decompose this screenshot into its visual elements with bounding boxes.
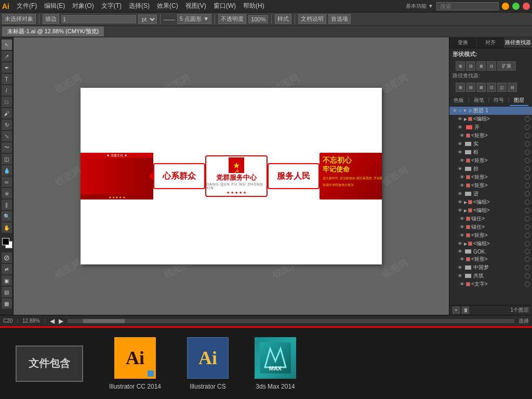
layer-item-10[interactable]: 👁 ▶ <编组> — [449, 198, 532, 206]
color-selector[interactable] — [1, 237, 12, 248]
menu-edit[interactable]: 编辑(E) — [41, 1, 68, 11]
symbol-tool[interactable]: ※ — [2, 188, 12, 198]
design-dangqun[interactable]: ★ ☭ 党群服务中心 DANG QUN FU WU ZHONG XIN ★ ★ … — [205, 155, 268, 197]
menu-view[interactable]: 视图(V) — [182, 1, 209, 11]
layer-item-12[interactable]: 👁 锚任> — [449, 215, 532, 223]
eye-icon-1[interactable]: 👁 — [457, 124, 463, 130]
eye-icon-2[interactable]: 👁 — [459, 132, 465, 139]
nav-prev-button[interactable]: ◀ — [50, 317, 55, 325]
layer-item-2[interactable]: 👁 <矩形> — [449, 131, 532, 140]
layer-item-11[interactable]: 👁 ▶ <编组> — [449, 206, 532, 215]
unit-select[interactable]: pt — [138, 15, 157, 24]
layer-target-13[interactable] — [525, 224, 530, 230]
layer-target-main[interactable] — [525, 108, 530, 113]
type-tool[interactable]: T — [2, 74, 12, 84]
eye-icon-13[interactable]: 👁 — [459, 224, 465, 230]
layer-target-18[interactable] — [525, 265, 530, 270]
dock-item-ai-cs[interactable]: Ai Illustrator CS — [187, 337, 229, 390]
exclude-icon[interactable]: ⊡ — [487, 61, 496, 71]
eye-icon-6[interactable]: 👁 — [457, 166, 463, 172]
eye-icon-16[interactable]: 👁 — [457, 248, 463, 255]
layer-target-5[interactable] — [525, 158, 530, 163]
eye-icon-4[interactable]: 👁 — [457, 149, 463, 155]
design-fuwu[interactable]: 服务人民 — [268, 163, 320, 189]
trim-icon[interactable]: ⊟ — [466, 83, 475, 92]
layer-target-4[interactable] — [525, 150, 530, 155]
eye-icon-19[interactable]: 👁 — [457, 273, 463, 279]
stroke-button[interactable]: 描边 — [43, 14, 59, 24]
eye-icon-20[interactable]: 👁 — [459, 281, 465, 287]
column-tool[interactable]: ∥ — [2, 200, 12, 210]
intersect-icon[interactable]: ⊠ — [476, 61, 486, 71]
outline-icon[interactable]: ◫ — [497, 83, 507, 92]
layer-item-14[interactable]: 👁 <矩形> — [449, 231, 532, 240]
search-input[interactable] — [436, 2, 499, 10]
eye-icon-17[interactable]: 👁 — [459, 256, 465, 262]
layer-item-4[interactable]: 👁 框 — [449, 148, 532, 156]
layer-item-9[interactable]: 👁 进 — [449, 190, 532, 198]
layer-item-0[interactable]: 👁 ▶ <编组> — [449, 115, 532, 123]
rect-tool[interactable]: □ — [2, 97, 12, 107]
minimize-button[interactable] — [502, 3, 509, 10]
eye-icon-5[interactable]: 👁 — [459, 157, 465, 164]
layer-item-20[interactable]: 👁 <文字> — [449, 280, 532, 288]
h-scrollbar-thumb[interactable] — [83, 319, 125, 323]
line-tool[interactable]: / — [2, 85, 12, 96]
layer-target-19[interactable] — [525, 273, 530, 278]
menu-select[interactable]: 选择(S) — [126, 1, 153, 11]
basic-features-label[interactable]: 基本功能 ▼ — [406, 3, 433, 10]
maximize-button[interactable] — [512, 3, 520, 10]
layer-target-17[interactable] — [525, 257, 530, 262]
layer-target-9[interactable] — [525, 191, 530, 196]
menu-file[interactable]: 文件(F) — [14, 1, 40, 11]
brush-tab[interactable]: 画笔 — [470, 96, 488, 106]
layer-item-15[interactable]: 👁 ▶ <编组> — [449, 240, 532, 248]
eye-icon-11[interactable]: 👁 — [457, 207, 463, 214]
layer-item-18[interactable]: 👁 中国梦 — [449, 263, 532, 272]
layer-target-1[interactable] — [525, 125, 530, 130]
eye-icon-9[interactable]: 👁 — [457, 191, 463, 197]
opacity-value[interactable]: 100% — [248, 15, 268, 23]
eye-icon-15[interactable]: 👁 — [457, 241, 463, 247]
merge-icon[interactable]: ⊠ — [476, 83, 486, 92]
layer-target-2[interactable] — [525, 133, 530, 138]
none-fill[interactable]: ⊘ — [2, 252, 12, 263]
eye-icon-0[interactable]: 👁 — [457, 116, 463, 122]
close-button[interactable] — [523, 3, 530, 10]
pen-tool[interactable]: ✒ — [2, 62, 12, 73]
crop-icon[interactable]: ⊡ — [487, 83, 496, 92]
eye-icon-14[interactable]: 👁 — [459, 232, 465, 238]
eye-icon-main[interactable]: 👁 — [451, 108, 458, 114]
color-tab[interactable]: 色板 — [449, 96, 468, 106]
layers-tab[interactable]: 图层 — [510, 96, 528, 106]
design-xinxi[interactable]: 心系群众 — [153, 163, 205, 189]
layer-target-12[interactable] — [525, 216, 530, 221]
rotate-tool[interactable]: ↻ — [2, 119, 12, 130]
zoom-tool[interactable]: 🔍 — [2, 211, 12, 221]
layer-expand-10[interactable]: ▶ — [464, 200, 467, 205]
layer-target-20[interactable] — [525, 282, 530, 287]
layer-item-main[interactable]: 👁 ● ▼ 图层 1 — [449, 107, 532, 115]
layer-expand-11[interactable]: ▶ — [464, 208, 467, 213]
stroke-size-input[interactable] — [61, 15, 136, 23]
layer-item-3[interactable]: 👁 实 — [449, 140, 532, 148]
h-scrollbar[interactable] — [68, 319, 515, 323]
expand-btn[interactable]: 扩展 — [497, 61, 516, 71]
layer-target-6[interactable] — [525, 166, 530, 171]
layer-target-8[interactable] — [525, 183, 530, 188]
doc-info-button[interactable]: 文档说明 — [298, 14, 326, 24]
symbol-tab[interactable]: 符号 — [489, 96, 508, 106]
fill-mode-pattern[interactable]: ▦ — [2, 298, 12, 309]
layer-item-6[interactable]: 👁 担 — [449, 165, 532, 173]
blend-tool[interactable]: ∞ — [2, 177, 12, 187]
layer-item-8[interactable]: 👁 <矩形> — [449, 181, 532, 190]
pathfinder-tab[interactable]: 路径查找器 — [504, 37, 532, 48]
warp-tool[interactable]: 〜 — [2, 142, 12, 153]
layer-expand-15[interactable]: ▶ — [464, 242, 467, 246]
eye-icon-18[interactable]: 👁 — [457, 264, 463, 271]
layer-item-13[interactable]: 👁 锚任> — [449, 223, 532, 231]
layer-item-7[interactable]: 👁 <矩形> — [449, 173, 532, 181]
menu-text[interactable]: 文字(T) — [98, 1, 125, 11]
eye-icon-10[interactable]: 👁 — [457, 199, 463, 205]
minus-front-icon[interactable]: ⊟ — [466, 61, 475, 71]
